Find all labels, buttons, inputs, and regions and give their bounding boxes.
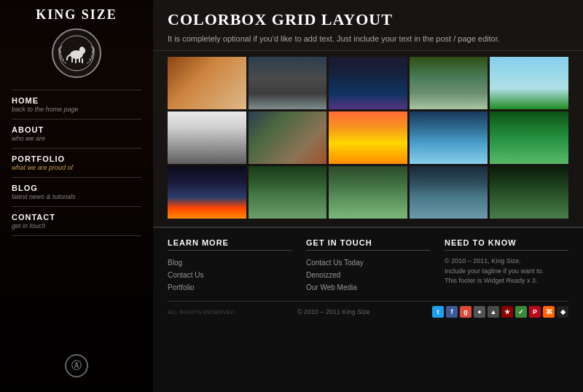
sidebar-item-about[interactable]: ABOUT who we are xyxy=(12,119,141,148)
nav-contact-sub: get in touch xyxy=(12,222,141,230)
footer-link-our-web-media[interactable]: Our Web Media xyxy=(306,281,430,294)
social-icon-facebook[interactable]: f xyxy=(446,306,458,318)
social-icon-twitter[interactable]: t xyxy=(432,306,444,318)
footer-link-denoizzed[interactable]: Denoizzed xyxy=(306,269,430,281)
gallery-item[interactable] xyxy=(168,166,246,219)
nav-portfolio-sub: what we are proud of xyxy=(12,164,141,171)
gallery-item[interactable] xyxy=(490,111,568,164)
footer-link-portfolio[interactable]: Portfolio xyxy=(168,281,292,294)
svg-rect-5 xyxy=(79,58,80,63)
svg-rect-3 xyxy=(71,58,73,63)
nav-blog-sub: latest news & tutorials xyxy=(12,193,141,200)
main-container: KING SIZE xyxy=(0,0,583,392)
gallery-item[interactable] xyxy=(168,111,246,164)
footer-link-contact-us[interactable]: Contact Us xyxy=(168,269,292,281)
footer-need-to-know-text: © 2010 – 2011, King Size. Include your t… xyxy=(445,256,568,286)
gallery-item[interactable] xyxy=(410,111,488,164)
gallery-item[interactable] xyxy=(410,57,488,109)
social-icon-link3[interactable]: ★ xyxy=(501,306,513,318)
social-circle-icon[interactable]: Ⓐ xyxy=(65,354,88,377)
footer-copyright: © 2010 – 2011 King Size xyxy=(297,308,370,315)
footer-col-get-in-touch: GET IN TOUCH Contact Us Today Denoizzed … xyxy=(306,238,430,294)
gallery-item[interactable] xyxy=(249,111,327,164)
sidebar-item-home[interactable]: HOME back to the home page xyxy=(12,90,141,119)
social-icon-google[interactable]: g xyxy=(460,306,472,318)
social-icon-other[interactable]: ◆ xyxy=(557,306,568,318)
page-title: COLORBOX GRID LAYOUT xyxy=(168,10,568,29)
footer-get-in-touch-title: GET IN TOUCH xyxy=(306,238,430,251)
footer-section: LEARN MORE Blog Contact Us Portfolio GET… xyxy=(153,227,583,392)
footer-col-need-to-know: NEED TO KNOW © 2010 – 2011, King Size. I… xyxy=(445,238,568,294)
nav-blog-label: BLOG xyxy=(12,184,141,192)
svg-rect-4 xyxy=(75,58,77,63)
social-icon-pinterest[interactable]: P xyxy=(529,306,541,318)
gallery-item[interactable] xyxy=(490,57,568,109)
sidebar-item-portfolio[interactable]: PORTFOLIO what we are proud of xyxy=(12,148,141,177)
content-header: COLORBOX GRID LAYOUT It is completely op… xyxy=(153,0,583,51)
footer-col-learn-more: LEARN MORE Blog Contact Us Portfolio xyxy=(168,238,292,294)
gallery-grid xyxy=(153,51,583,227)
nav-home-label: HOME xyxy=(12,96,141,105)
gallery-item[interactable] xyxy=(249,166,327,219)
social-icon-link4[interactable]: ✓ xyxy=(515,306,527,318)
gallery-item[interactable] xyxy=(249,57,327,109)
sidebar-item-blog[interactable]: BLOG latest news & tutorials xyxy=(12,177,141,206)
footer-link-contact-today[interactable]: Contact Us Today xyxy=(306,256,430,269)
footer-all-rights: ALL RIGHTS RESERVED xyxy=(168,309,235,315)
social-icon-link2[interactable]: ▲ xyxy=(488,306,499,318)
nav-contact-label: CONTACT xyxy=(12,213,141,222)
logo-icon xyxy=(56,33,97,74)
gallery-item[interactable] xyxy=(168,57,246,109)
footer-bottom: ALL RIGHTS RESERVED © 2010 – 2011 King S… xyxy=(168,301,568,318)
site-title: KING SIZE xyxy=(36,7,117,23)
footer-need-to-know-title: NEED TO KNOW xyxy=(445,238,568,251)
social-icons-row: t f g ● ▲ ★ ✓ P ⌘ ◆ xyxy=(432,306,568,318)
nav-home-sub: back to the home page xyxy=(12,106,141,113)
sidebar: KING SIZE xyxy=(0,0,153,392)
gallery-item[interactable] xyxy=(410,166,488,219)
gallery-item[interactable] xyxy=(490,166,568,219)
social-icon-link1[interactable]: ● xyxy=(474,306,485,318)
sidebar-item-contact[interactable]: CONTACT get in touch xyxy=(12,206,141,236)
gallery-item[interactable] xyxy=(329,111,407,164)
gallery-item[interactable] xyxy=(329,166,407,219)
footer-link-blog[interactable]: Blog xyxy=(168,256,292,269)
footer-columns: LEARN MORE Blog Contact Us Portfolio GET… xyxy=(168,238,568,294)
site-logo xyxy=(52,28,101,78)
nav-about-sub: who we are xyxy=(12,135,141,142)
at-symbol: Ⓐ xyxy=(71,359,82,372)
content-area: COLORBOX GRID LAYOUT It is completely op… xyxy=(153,0,583,392)
footer-learn-more-title: LEARN MORE xyxy=(168,238,292,251)
sidebar-social[interactable]: Ⓐ xyxy=(65,354,88,392)
nav-menu: HOME back to the home page ABOUT who we … xyxy=(0,90,153,236)
gallery-item[interactable] xyxy=(329,57,407,109)
page-description: It is completely optional if you'd like … xyxy=(168,34,568,44)
social-icon-rss[interactable]: ⌘ xyxy=(543,306,555,318)
nav-portfolio-label: PORTFOLIO xyxy=(12,154,141,163)
nav-about-label: ABOUT xyxy=(12,125,141,134)
svg-rect-6 xyxy=(82,58,83,63)
